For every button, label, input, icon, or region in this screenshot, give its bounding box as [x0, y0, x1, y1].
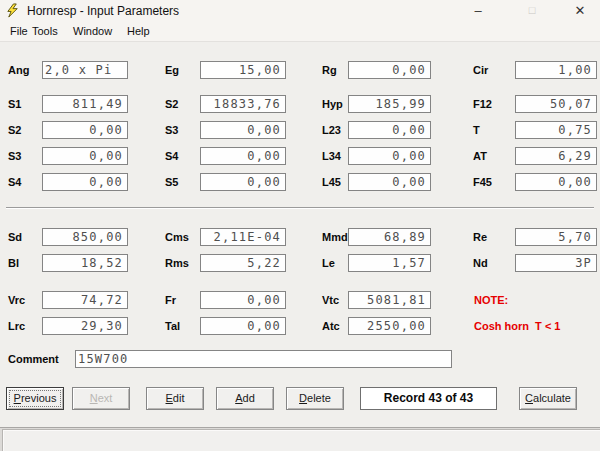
param-row: Ang 2,0 x Pi Eg 15,00 Rg 0,00 Cir 1,00 — [0, 61, 600, 80]
label-l23: L23 — [322, 124, 341, 136]
field-re[interactable]: 5,70 — [515, 228, 597, 246]
param-row: Vrc 74,72 Fr 0,00 Vtc 5081,81 — [0, 291, 600, 310]
param-row: S3 0,00 S4 0,00 L34 0,00 AT 6,29 — [0, 147, 600, 166]
field-tal[interactable]: 0,00 — [200, 317, 286, 335]
label-cir: Cir — [473, 64, 488, 76]
field-ang[interactable]: 2,0 x Pi — [42, 61, 128, 79]
label-tal: Tal — [165, 320, 180, 332]
delete-button[interactable]: Delete — [286, 387, 344, 410]
label-f45: F45 — [473, 176, 492, 188]
label-s3: S3 — [8, 150, 21, 162]
label-t: T — [473, 124, 480, 136]
menu-tools[interactable]: Tools — [30, 24, 60, 38]
label-le: Le — [322, 257, 335, 269]
label-vrc: Vrc — [8, 294, 25, 306]
label-at: AT — [473, 150, 487, 162]
field-l34[interactable]: 0,00 — [348, 147, 431, 165]
field-lrc[interactable]: 29,30 — [42, 317, 128, 335]
param-row: S1 811,49 S2 18833,76 Hyp 185,99 F12 50,… — [0, 95, 600, 114]
label-s1: S1 — [8, 98, 21, 110]
menu-help[interactable]: Help — [125, 24, 152, 38]
note-message: Cosh horn T < 1 — [474, 320, 560, 332]
field-s1[interactable]: 811,49 — [42, 95, 128, 113]
menu-window[interactable]: Window — [71, 24, 114, 38]
background-window — [2, 429, 600, 451]
label-s5: S5 — [165, 176, 178, 188]
lightning-icon — [5, 3, 20, 18]
field-atc[interactable]: 2550,00 — [348, 317, 431, 335]
field-vtc[interactable]: 5081,81 — [348, 291, 431, 309]
comment-input[interactable]: 15W700 — [75, 350, 452, 368]
label-ang: Ang — [8, 64, 29, 76]
field-nd[interactable]: 3P — [515, 254, 597, 272]
label-f12: F12 — [473, 98, 492, 110]
field-mmd[interactable]: 68,89 — [348, 228, 431, 246]
field-le[interactable]: 1,57 — [348, 254, 431, 272]
titlebar: Hornresp - Input Parameters – □ ✕ — [0, 0, 600, 21]
label-comment: Comment — [8, 353, 59, 365]
field-f12[interactable]: 50,07 — [515, 95, 597, 113]
previous-button[interactable]: Previous — [6, 387, 64, 410]
field-f45[interactable]: 0,00 — [515, 173, 597, 191]
note-title: NOTE: — [474, 294, 508, 306]
section-divider — [6, 207, 594, 209]
close-icon[interactable]: ✕ — [563, 1, 597, 20]
minimize-icon[interactable]: – — [461, 1, 495, 20]
field-t[interactable]: 0,75 — [515, 121, 597, 139]
label-s3-seg: S3 — [165, 124, 178, 136]
next-button: Next — [72, 387, 130, 410]
label-rg: Rg — [322, 64, 337, 76]
field-fr[interactable]: 0,00 — [200, 291, 286, 309]
label-rms: Rms — [165, 257, 189, 269]
field-s4[interactable]: 0,00 — [42, 173, 128, 191]
calculate-button[interactable]: Calculate — [519, 387, 577, 410]
field-cms[interactable]: 2,11E-04 — [200, 228, 286, 246]
field-vrc[interactable]: 74,72 — [42, 291, 128, 309]
param-row: S2 0,00 S3 0,00 L23 0,00 T 0,75 — [0, 121, 600, 140]
field-at[interactable]: 6,29 — [515, 147, 597, 165]
menubar: File Tools Window Help — [0, 21, 600, 42]
field-s3-seg[interactable]: 0,00 — [200, 121, 286, 139]
comment-row: Comment 15W700 — [0, 350, 600, 369]
label-bl: Bl — [8, 257, 19, 269]
label-l45: L45 — [322, 176, 341, 188]
field-s5[interactable]: 0,00 — [200, 173, 286, 191]
field-cir[interactable]: 1,00 — [515, 61, 597, 79]
label-s4: S4 — [8, 176, 21, 188]
label-fr: Fr — [165, 294, 176, 306]
field-sd[interactable]: 850,00 — [42, 228, 128, 246]
field-bl[interactable]: 18,52 — [42, 254, 128, 272]
label-atc: Atc — [322, 320, 340, 332]
screen: Hornresp - Input Parameters – □ ✕ File T… — [0, 0, 600, 451]
add-button[interactable]: Add — [216, 387, 274, 410]
field-s2-throat[interactable]: 18833,76 — [200, 95, 286, 113]
field-rg[interactable]: 0,00 — [348, 61, 431, 79]
label-re: Re — [473, 231, 487, 243]
hornresp-window: Hornresp - Input Parameters – □ ✕ File T… — [0, 0, 600, 428]
label-l34: L34 — [322, 150, 341, 162]
label-lrc: Lrc — [8, 320, 25, 332]
label-nd: Nd — [473, 257, 488, 269]
label-sd: Sd — [8, 231, 22, 243]
edit-button[interactable]: Edit — [146, 387, 204, 410]
field-rms[interactable]: 5,22 — [200, 254, 286, 272]
label-mmd: Mmd — [322, 231, 348, 243]
label-hyp: Hyp — [322, 98, 343, 110]
field-hyp[interactable]: 185,99 — [348, 95, 431, 113]
param-row: Bl 18,52 Rms 5,22 Le 1,57 Nd 3P — [0, 254, 600, 273]
label-s4-seg: S4 — [165, 150, 178, 162]
label-eg: Eg — [165, 64, 179, 76]
field-eg[interactable]: 15,00 — [200, 61, 286, 79]
field-s3[interactable]: 0,00 — [42, 147, 128, 165]
label-s2-throat: S2 — [165, 98, 178, 110]
field-l23[interactable]: 0,00 — [348, 121, 431, 139]
window-title: Hornresp - Input Parameters — [27, 4, 179, 18]
menu-file[interactable]: File — [8, 24, 30, 38]
record-indicator: Record 43 of 43 — [360, 387, 497, 410]
field-l45[interactable]: 0,00 — [348, 173, 431, 191]
field-s2[interactable]: 0,00 — [42, 121, 128, 139]
label-cms: Cms — [165, 231, 189, 243]
label-vtc: Vtc — [322, 294, 339, 306]
param-row: Sd 850,00 Cms 2,11E-04 Mmd 68,89 Re 5,70 — [0, 228, 600, 247]
field-s4-seg[interactable]: 0,00 — [200, 147, 286, 165]
